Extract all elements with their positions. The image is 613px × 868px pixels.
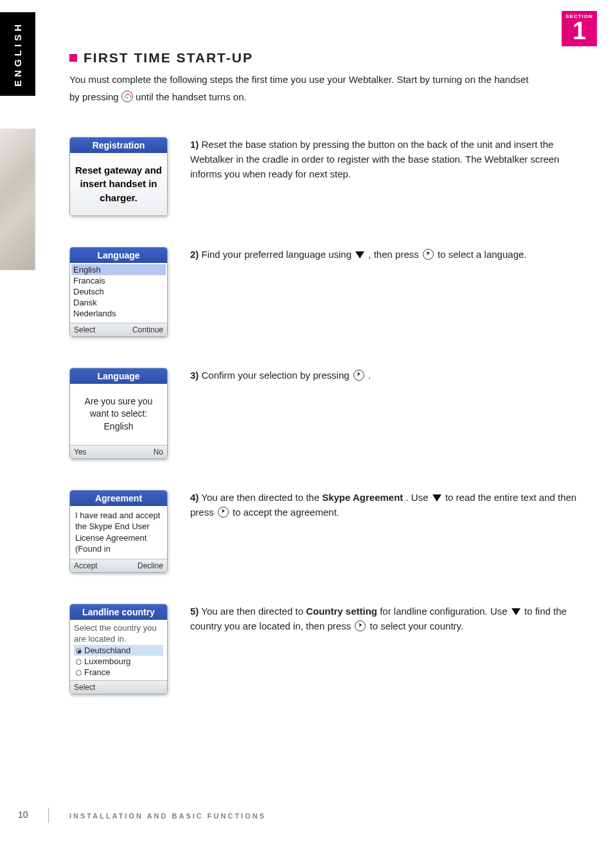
- country-list: Deutschland Luxembourg France: [74, 645, 163, 678]
- step-3: Language Are you sure you want to select…: [69, 368, 583, 459]
- softkey-left[interactable]: Accept: [74, 561, 98, 570]
- confirm-line: Are you sure you: [75, 395, 162, 408]
- list-item[interactable]: Francais: [71, 275, 166, 286]
- select-button-icon: [353, 370, 364, 381]
- radio-icon: [76, 670, 82, 676]
- softkey-right[interactable]: No: [154, 448, 163, 457]
- list-item[interactable]: English: [71, 264, 166, 275]
- select-button-icon: [218, 507, 229, 518]
- page-title: First Time Start-up: [84, 50, 253, 66]
- screen-landline-country: Landline country Select the country you …: [69, 604, 168, 694]
- list-item[interactable]: Nederlands: [71, 308, 166, 319]
- step-2: Language English Francais Deutsch Dansk …: [69, 247, 583, 337]
- agreement-text: I have read and accept the Skype End Use…: [75, 511, 160, 554]
- step-4: Agreement I have read and accept the Sky…: [69, 490, 583, 573]
- power-button-icon: [121, 91, 133, 102]
- step-4-text: 4) You are then directed to the Skype Ag…: [190, 490, 583, 520]
- screen-title: Registration: [70, 138, 167, 153]
- radio-selected-icon: [76, 648, 82, 654]
- softkey-left[interactable]: Select: [74, 325, 95, 334]
- screen-language-list: Language English Francais Deutsch Dansk …: [69, 247, 168, 337]
- language-list: English Francais Deutsch Dansk Nederland…: [71, 264, 166, 319]
- section-badge: SECTION 1: [562, 11, 597, 46]
- screen-agreement: Agreement I have read and accept the Sky…: [69, 490, 168, 573]
- list-item[interactable]: Luxembourg: [74, 656, 163, 667]
- section-number: 1: [562, 19, 597, 42]
- softkey-left[interactable]: Select: [74, 683, 95, 692]
- list-item[interactable]: Dansk: [71, 297, 166, 308]
- down-arrow-icon: [355, 251, 364, 258]
- heading-bullet-icon: [69, 54, 77, 62]
- country-intro: Select the country you are located in.: [74, 622, 163, 645]
- side-tab-label: ENGLISH: [12, 21, 23, 87]
- select-button-icon: [355, 620, 366, 631]
- screen-message: Reset gateway and insert handset in char…: [70, 153, 167, 215]
- radio-icon: [76, 659, 82, 665]
- select-button-icon: [423, 249, 434, 260]
- softkey-right[interactable]: Continue: [132, 325, 163, 334]
- screen-title: Language: [70, 368, 167, 384]
- page-content: First Time Start-up You must complete th…: [69, 50, 583, 725]
- screen-registration: Registration Reset gateway and insert ha…: [69, 137, 168, 216]
- step-3-text: 3) Confirm your selection by pressing .: [190, 368, 583, 383]
- down-arrow-icon: [432, 494, 441, 502]
- step-5-text: 5) You are then directed to Country sett…: [190, 604, 583, 634]
- decorative-photo: [0, 129, 35, 270]
- page-number: 10: [18, 809, 28, 820]
- confirm-line: want to select:: [75, 408, 162, 420]
- step-5: Landline country Select the country you …: [69, 604, 583, 694]
- confirm-value: English: [75, 420, 162, 433]
- intro-line-1: You must complete the following steps th…: [69, 72, 583, 87]
- intro-line-2: by pressing until the handset turns on.: [69, 89, 583, 104]
- footer-rule: [48, 808, 49, 823]
- step-1: Registration Reset gateway and insert ha…: [69, 137, 583, 216]
- footer-section-title: INSTALLATION AND BASIC FUNCTIONS: [69, 812, 266, 820]
- language-side-tab: ENGLISH: [0, 12, 35, 96]
- step-2-text: 2) Find your preferred language using , …: [190, 247, 583, 262]
- screen-title: Language: [70, 248, 167, 263]
- softkey-right[interactable]: Decline: [138, 561, 163, 570]
- down-arrow-icon: [511, 608, 520, 615]
- step-1-text: 1) Reset the base station by pressing th…: [190, 137, 583, 182]
- softkey-left[interactable]: Yes: [74, 448, 87, 457]
- list-item[interactable]: France: [74, 667, 163, 678]
- list-item[interactable]: Deutsch: [71, 286, 166, 297]
- screen-title: Agreement: [70, 491, 167, 506]
- list-item[interactable]: Deutschland: [74, 645, 163, 656]
- screen-title: Landline country: [70, 604, 167, 620]
- screen-language-confirm: Language Are you sure you want to select…: [69, 368, 168, 459]
